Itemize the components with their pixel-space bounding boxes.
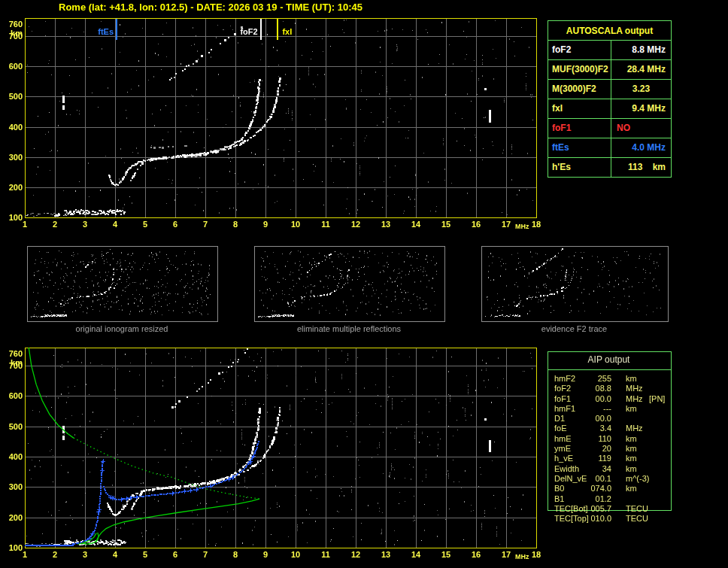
y-tick-label: 100 bbox=[0, 214, 23, 222]
autoscala-output-table: AUTOSCALA output foF28.8 MHzMUF(3000)F22… bbox=[548, 20, 672, 178]
aip-row-value: 00.0 bbox=[584, 414, 611, 424]
aip-row-unit: km bbox=[626, 464, 637, 474]
aip-row-label: TEC[Bot] bbox=[554, 504, 588, 513]
x-tick-label: 15 bbox=[441, 551, 450, 559]
autoscala-row-h-es: h'Es113 km bbox=[548, 158, 671, 177]
aip-row-label: hmF1 bbox=[554, 404, 575, 413]
x-tick-label: 4 bbox=[113, 220, 117, 229]
aip-row-deln-ve: DelN_vE00.1m^(-3) bbox=[554, 474, 669, 484]
aip-row-unit: m^(-3) bbox=[626, 474, 649, 484]
aip-row-unit: km bbox=[626, 444, 637, 454]
x-tick-label: 18 bbox=[532, 551, 541, 559]
aip-row-label: hmF2 bbox=[554, 374, 575, 383]
aip-row-label: foF1 bbox=[554, 394, 571, 403]
y-tick-label: 600 bbox=[0, 62, 23, 71]
aip-row-label: foE bbox=[554, 424, 567, 433]
autoscala-row-label: foF2 bbox=[548, 41, 611, 59]
autoscala-row-fof2: foF28.8 MHz bbox=[548, 41, 671, 60]
x-tick-label: 2 bbox=[53, 551, 57, 559]
autoscala-row-label: h'Es bbox=[548, 158, 611, 177]
aip-row-ewidth: Ewidth34km bbox=[554, 464, 669, 474]
aip-table-title: AIP output bbox=[548, 354, 670, 365]
aip-row-tec-bot: TEC[Bot]005.7TECU bbox=[554, 504, 669, 514]
aip-row-label: B1 bbox=[554, 494, 564, 503]
x-tick-label: 10 bbox=[291, 551, 300, 559]
y-tick-label: 600 bbox=[0, 392, 23, 400]
x-tick-label: 18 bbox=[532, 220, 541, 229]
aip-row-note: [PN] bbox=[649, 394, 665, 404]
autoscala-row-fxi: fxI9.4 MHz bbox=[548, 99, 671, 119]
x-tick-label: 11 bbox=[321, 551, 330, 559]
autoscala-row-value: 4.0 MHz bbox=[611, 138, 671, 157]
aip-row-b1: B101.2 bbox=[554, 494, 669, 504]
x-tick-label: 9 bbox=[263, 551, 268, 559]
aip-row-b0: B0074.0km bbox=[554, 484, 669, 494]
aip-table-rows: hmF2255kmfoF208.8MHzfoF100.0MHz[PN]hmF1-… bbox=[554, 374, 669, 524]
autoscala-row-fof1: foF1NO bbox=[548, 119, 671, 138]
aip-row-label: B0 bbox=[554, 484, 564, 493]
x-tick-label: 7 bbox=[203, 551, 208, 559]
x-tick-label: 13 bbox=[381, 220, 390, 229]
x-tick-label: 8 bbox=[233, 551, 238, 559]
autoscala-row-ftes: ftEs4.0 MHz bbox=[548, 138, 671, 158]
aip-row-value: 20 bbox=[584, 444, 611, 454]
y-tick-label: 300 bbox=[0, 483, 23, 491]
thumbnail-caption: original ionogram resized bbox=[27, 324, 217, 333]
aip-row-label: Ewidth bbox=[554, 464, 579, 473]
x-tick-label: 16 bbox=[472, 220, 481, 229]
x-tick-label: 3 bbox=[83, 220, 87, 229]
x-tick-label: 5 bbox=[143, 551, 147, 559]
y-tick-label: 760 bbox=[0, 20, 23, 29]
y-tick-label: 300 bbox=[0, 153, 23, 162]
aip-row-unit: km bbox=[626, 404, 637, 414]
autoscala-row-value: 8.8 MHz bbox=[611, 41, 671, 59]
aip-row-value: 01.2 bbox=[584, 494, 611, 504]
x-tick-label: 10 bbox=[291, 220, 300, 229]
x-tick-label: 11 bbox=[321, 220, 330, 229]
aip-row-unit: TECU bbox=[626, 514, 648, 524]
aip-row-unit: km bbox=[626, 374, 637, 384]
aip-row-label: DelN_vE bbox=[554, 474, 587, 483]
y-tick-label: 760 bbox=[0, 350, 23, 358]
thumbnail-original-ionogram bbox=[27, 246, 218, 322]
aip-row-fof2: foF208.8MHz bbox=[554, 384, 669, 393]
autoscala-row-muf-3000-f2: MUF(3000)F228.4 MHz bbox=[548, 60, 671, 80]
y-tick-label: 500 bbox=[0, 423, 23, 431]
x-axis-unit-label: MHz bbox=[515, 554, 529, 560]
autoscala-row-value: 3.23 bbox=[611, 80, 671, 99]
aip-row-foe: foE3.4MHz bbox=[554, 424, 669, 433]
aip-row-value: 00.0 bbox=[584, 394, 611, 404]
autoscala-row-label: M(3000)F2 bbox=[548, 80, 611, 99]
marker-label-ftes: ftEs bbox=[98, 28, 114, 36]
marker-label-fxi: fxI bbox=[282, 28, 292, 36]
autoscala-row-value: 113 km bbox=[611, 158, 671, 177]
aip-row-hmf1: hmF1---km bbox=[554, 404, 669, 414]
x-tick-label: 14 bbox=[411, 551, 420, 559]
autoscala-row-label: foF1 bbox=[548, 119, 611, 138]
aip-row-yme: ymE20km bbox=[554, 444, 669, 454]
aip-row-label: foF2 bbox=[554, 384, 571, 393]
aip-row-label: D1 bbox=[554, 414, 565, 423]
thumbnail-caption: evidence F2 trace bbox=[481, 324, 667, 333]
aip-row-tec-top: TEC[Top]010.0TECU bbox=[554, 514, 669, 524]
y-tick-label: 400 bbox=[0, 453, 23, 461]
x-tick-label: 9 bbox=[263, 220, 268, 229]
thumbnail-caption: eliminate multiple reflections bbox=[254, 324, 444, 333]
aip-row-value: 005.7 bbox=[584, 504, 611, 514]
autoscala-row-value: NO bbox=[611, 119, 671, 138]
x-tick-label: 6 bbox=[173, 551, 177, 559]
aip-row-unit: km bbox=[626, 434, 637, 444]
x-tick-label: 6 bbox=[173, 220, 177, 229]
y-tick-label: 200 bbox=[0, 184, 23, 192]
aip-row-h-ve: h_vE119km bbox=[554, 454, 669, 463]
page-title: Rome (lat: +41.8, lon: 012.5) - DATE: 20… bbox=[59, 2, 362, 13]
x-tick-label: 4 bbox=[113, 551, 117, 559]
aip-row-label: ymE bbox=[554, 444, 571, 453]
x-tick-label: 15 bbox=[441, 220, 450, 229]
aip-row-unit: MHz bbox=[626, 394, 643, 404]
x-tick-label: 8 bbox=[233, 220, 238, 229]
aip-row-unit: MHz bbox=[626, 424, 643, 433]
x-tick-label: 12 bbox=[351, 220, 360, 229]
x-tick-label: 16 bbox=[472, 551, 481, 559]
x-tick-label: 7 bbox=[203, 220, 208, 229]
